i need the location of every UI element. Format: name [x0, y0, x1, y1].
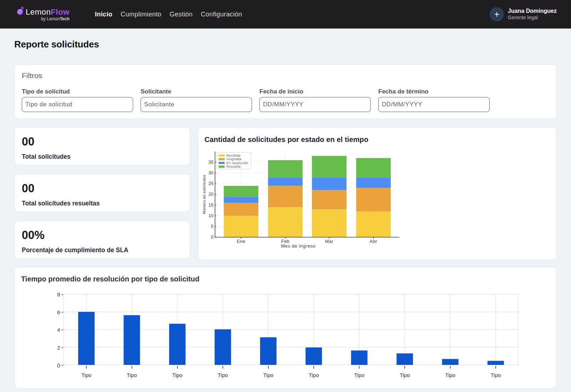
svg-text:Tipo: Tipo: [218, 372, 228, 378]
svg-text:8: 8: [57, 291, 60, 297]
svg-text:Tipo: Tipo: [400, 372, 410, 378]
svg-text:Mes de ingreso: Mes de ingreso: [281, 244, 316, 249]
svg-text:0: 0: [211, 235, 213, 240]
svg-text:Tipo: Tipo: [309, 372, 319, 378]
svg-text:2: 2: [57, 345, 60, 351]
svg-text:Recibida: Recibida: [227, 154, 241, 157]
svg-text:Tipo: Tipo: [491, 372, 501, 378]
svg-text:En resolución: En resolución: [227, 161, 249, 165]
svg-text:Ene: Ene: [237, 239, 245, 244]
svg-text:Feb: Feb: [281, 239, 289, 244]
svg-text:Tipo: Tipo: [445, 372, 455, 378]
svg-text:Tipo: Tipo: [354, 372, 364, 378]
svg-text:10: 10: [208, 213, 213, 218]
svg-text:Mar: Mar: [325, 239, 333, 244]
svg-text:6: 6: [57, 309, 60, 315]
svg-text:Número de solicitudes: Número de solicitudes: [202, 175, 206, 214]
svg-text:35: 35: [208, 160, 213, 165]
svg-text:0: 0: [57, 362, 60, 368]
svg-text:Abr: Abr: [370, 239, 377, 244]
svg-text:Tipo: Tipo: [81, 372, 92, 378]
svg-text:25: 25: [208, 181, 213, 186]
svg-text:Resuelta: Resuelta: [227, 165, 241, 168]
svg-text:Tipo: Tipo: [127, 372, 137, 378]
svg-text:15: 15: [208, 203, 213, 208]
svg-text:20: 20: [208, 192, 213, 197]
svg-text:Asignada: Asignada: [227, 157, 242, 161]
svg-text:30: 30: [208, 170, 213, 175]
svg-text:5: 5: [211, 224, 213, 229]
svg-text:Tipo: Tipo: [263, 372, 273, 378]
svg-text:Tipo: Tipo: [172, 372, 183, 378]
svg-text:4: 4: [57, 327, 60, 333]
